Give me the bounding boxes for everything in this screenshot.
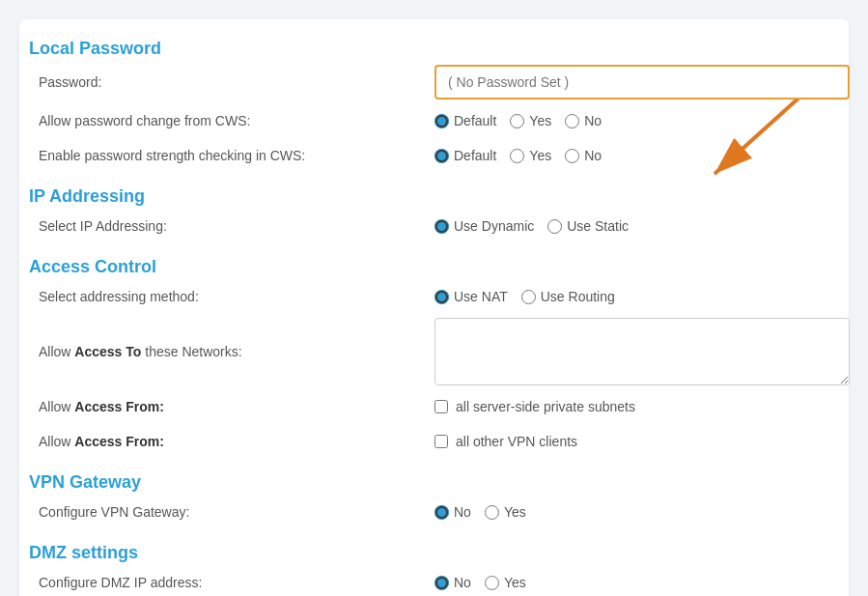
allow-access-from-row-1: Allow Access From: all server-side priva…: [29, 393, 829, 420]
dmz-no[interactable]: No: [434, 575, 471, 590]
allow-change-no[interactable]: No: [565, 113, 602, 128]
enable-strength-control: Default Yes No: [434, 148, 829, 163]
access-control-title: Access Control: [29, 257, 829, 277]
dmz-settings-control: No Yes: [434, 575, 829, 590]
dmz-yes[interactable]: Yes: [485, 575, 526, 590]
allow-access-from-control-1: all server-side private subnets: [434, 399, 829, 414]
ip-addressing-control: Use Dynamic Use Static: [434, 218, 829, 234]
dmz-settings-row: Configure DMZ IP address: No Yes: [29, 569, 829, 596]
allow-access-to-label: Allow Access To these Networks:: [29, 344, 434, 359]
password-control: [434, 65, 850, 99]
password-input[interactable]: [434, 65, 850, 99]
allow-change-default[interactable]: Default: [434, 113, 496, 128]
access-control-section: Access Control Select addressing method:…: [29, 257, 829, 455]
enable-strength-label: Enable password strength checking in CWS…: [29, 148, 434, 163]
addressing-method-control: Use NAT Use Routing: [434, 289, 829, 304]
allow-change-label: Allow password change from CWS:: [29, 113, 434, 128]
allow-change-row: Allow password change from CWS: Default …: [29, 107, 829, 134]
password-label: Password:: [29, 74, 434, 90]
access-from-vpn-clients[interactable]: all other VPN clients: [434, 434, 577, 449]
allow-access-to-textarea[interactable]: [434, 318, 850, 385]
dmz-settings-title: DMZ settings: [29, 543, 829, 563]
enable-strength-yes[interactable]: Yes: [510, 148, 551, 163]
access-from-private-subnets[interactable]: all server-side private subnets: [434, 399, 635, 414]
vpn-gateway-yes[interactable]: Yes: [485, 504, 526, 520]
vpn-gateway-no[interactable]: No: [434, 504, 471, 520]
dmz-settings-label: Configure DMZ IP address:: [29, 575, 434, 590]
password-row: Password:: [29, 65, 829, 99]
use-nat-option[interactable]: Use NAT: [434, 289, 508, 304]
ip-addressing-row: Select IP Addressing: Use Dynamic Use St…: [29, 213, 829, 240]
settings-page: Local Password Password: Allow password …: [19, 19, 849, 596]
allow-access-from-label-2: Allow Access From:: [29, 434, 434, 449]
enable-strength-row: Enable password strength checking in CWS…: [29, 142, 829, 169]
enable-strength-no[interactable]: No: [565, 148, 602, 163]
allow-access-to-control: [434, 318, 850, 385]
addressing-method-label: Select addressing method:: [29, 289, 434, 304]
password-input-wrapper: [434, 65, 850, 99]
ip-addressing-title: IP Addressing: [29, 186, 829, 207]
ip-addressing-label: Select IP Addressing:: [29, 218, 434, 234]
vpn-gateway-label: Configure VPN Gateway:: [29, 504, 434, 520]
vpn-gateway-title: VPN Gateway: [29, 472, 829, 493]
vpn-gateway-section: VPN Gateway Configure VPN Gateway: No Ye…: [29, 472, 829, 525]
dmz-settings-section: DMZ settings Configure DMZ IP address: N…: [29, 543, 829, 596]
ip-addressing-section: IP Addressing Select IP Addressing: Use …: [29, 186, 829, 240]
allow-access-from-label-1: Allow Access From:: [29, 399, 434, 414]
use-routing-option[interactable]: Use Routing: [521, 289, 615, 304]
allow-access-from-control-2: all other VPN clients: [434, 434, 829, 449]
addressing-method-row: Select addressing method: Use NAT Use Ro…: [29, 283, 829, 310]
local-password-section: Local Password Password: Allow password …: [29, 39, 829, 169]
vpn-gateway-row: Configure VPN Gateway: No Yes: [29, 498, 829, 525]
allow-change-yes[interactable]: Yes: [510, 113, 551, 128]
access-from-private-subnets-label: all server-side private subnets: [456, 399, 635, 414]
allow-change-control: Default Yes No: [434, 113, 829, 128]
allow-access-from-row-2: Allow Access From: all other VPN clients: [29, 428, 829, 455]
local-password-title: Local Password: [29, 39, 829, 59]
vpn-gateway-control: No Yes: [434, 504, 829, 520]
enable-strength-default[interactable]: Default: [434, 148, 496, 163]
use-static-option[interactable]: Use Static: [547, 218, 629, 234]
use-dynamic-option[interactable]: Use Dynamic: [434, 218, 534, 234]
access-from-vpn-clients-label: all other VPN clients: [456, 434, 577, 449]
allow-access-to-row: Allow Access To these Networks:: [29, 318, 829, 385]
